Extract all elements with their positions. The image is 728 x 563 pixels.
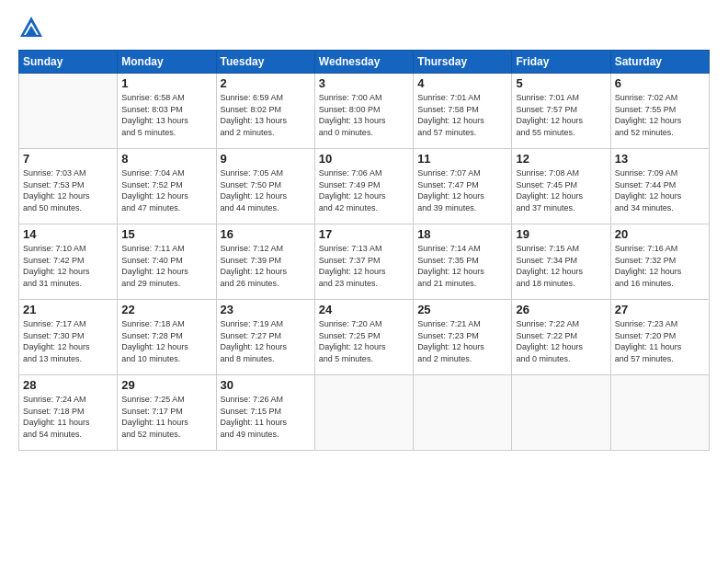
calendar-cell [314, 375, 413, 451]
calendar-cell: 10Sunrise: 7:06 AMSunset: 7:49 PMDayligh… [314, 149, 413, 224]
day-number: 24 [319, 303, 409, 316]
calendar-cell: 11Sunrise: 7:07 AMSunset: 7:47 PMDayligh… [414, 149, 512, 224]
day-number: 29 [121, 378, 211, 392]
day-number: 28 [23, 378, 113, 392]
calendar-cell: 12Sunrise: 7:08 AMSunset: 7:45 PMDayligh… [512, 149, 610, 224]
week-row-2: 14Sunrise: 7:10 AMSunset: 7:42 PMDayligh… [19, 224, 710, 300]
calendar-cell: 23Sunrise: 7:19 AMSunset: 7:27 PMDayligh… [216, 300, 314, 375]
day-number: 11 [417, 152, 507, 166]
header [18, 15, 710, 40]
weekday-header-friday: Friday [512, 51, 610, 74]
calendar: SundayMondayTuesdayWednesdayThursdayFrid… [18, 50, 710, 451]
day-info: Sunrise: 7:17 AMSunset: 7:30 PMDaylight:… [23, 318, 113, 364]
calendar-cell: 6Sunrise: 7:02 AMSunset: 7:55 PMDaylight… [610, 74, 709, 149]
day-number: 21 [23, 303, 113, 316]
calendar-cell: 27Sunrise: 7:23 AMSunset: 7:20 PMDayligh… [610, 300, 709, 375]
day-number: 1 [121, 76, 211, 90]
day-info: Sunrise: 7:10 AMSunset: 7:42 PMDaylight:… [23, 243, 113, 289]
day-number: 5 [516, 76, 606, 90]
calendar-cell: 24Sunrise: 7:20 AMSunset: 7:25 PMDayligh… [314, 300, 413, 375]
week-row-4: 28Sunrise: 7:24 AMSunset: 7:18 PMDayligh… [19, 375, 710, 451]
calendar-cell [512, 375, 610, 451]
day-info: Sunrise: 7:11 AMSunset: 7:40 PMDaylight:… [121, 243, 211, 289]
day-number: 12 [516, 152, 606, 166]
calendar-cell: 7Sunrise: 7:03 AMSunset: 7:53 PMDaylight… [19, 149, 118, 224]
day-info: Sunrise: 7:14 AMSunset: 7:35 PMDaylight:… [417, 243, 507, 289]
calendar-cell: 19Sunrise: 7:15 AMSunset: 7:34 PMDayligh… [512, 224, 610, 300]
day-info: Sunrise: 7:23 AMSunset: 7:20 PMDaylight:… [615, 318, 705, 364]
day-info: Sunrise: 7:01 AMSunset: 7:58 PMDaylight:… [417, 92, 507, 138]
day-number: 10 [319, 152, 409, 166]
day-number: 3 [319, 76, 409, 90]
day-number: 13 [615, 152, 705, 166]
calendar-cell: 13Sunrise: 7:09 AMSunset: 7:44 PMDayligh… [610, 149, 709, 224]
calendar-cell: 25Sunrise: 7:21 AMSunset: 7:23 PMDayligh… [414, 300, 512, 375]
day-info: Sunrise: 7:25 AMSunset: 7:17 PMDaylight:… [121, 394, 211, 440]
calendar-cell: 22Sunrise: 7:18 AMSunset: 7:28 PMDayligh… [118, 300, 216, 375]
day-info: Sunrise: 7:20 AMSunset: 7:25 PMDaylight:… [319, 318, 409, 364]
day-number: 30 [221, 378, 311, 392]
day-info: Sunrise: 7:26 AMSunset: 7:15 PMDaylight:… [221, 394, 311, 440]
calendar-cell [19, 74, 118, 149]
day-number: 19 [516, 227, 606, 241]
day-number: 16 [221, 227, 311, 241]
day-number: 18 [417, 227, 507, 241]
week-row-3: 21Sunrise: 7:17 AMSunset: 7:30 PMDayligh… [19, 300, 710, 375]
calendar-cell: 2Sunrise: 6:59 AMSunset: 8:02 PMDaylight… [216, 74, 314, 149]
day-number: 15 [121, 227, 211, 241]
week-row-1: 7Sunrise: 7:03 AMSunset: 7:53 PMDaylight… [19, 149, 710, 224]
day-number: 27 [615, 303, 705, 316]
calendar-cell: 17Sunrise: 7:13 AMSunset: 7:37 PMDayligh… [314, 224, 413, 300]
day-number: 14 [23, 227, 113, 241]
day-number: 20 [615, 227, 705, 241]
calendar-cell: 15Sunrise: 7:11 AMSunset: 7:40 PMDayligh… [118, 224, 216, 300]
week-row-0: 1Sunrise: 6:58 AMSunset: 8:03 PMDaylight… [19, 74, 710, 149]
calendar-cell [414, 375, 512, 451]
day-number: 17 [319, 227, 409, 241]
day-number: 8 [121, 152, 211, 166]
day-info: Sunrise: 7:08 AMSunset: 7:45 PMDaylight:… [516, 167, 606, 213]
day-info: Sunrise: 7:05 AMSunset: 7:50 PMDaylight:… [221, 167, 311, 213]
weekday-header-tuesday: Tuesday [216, 51, 314, 74]
calendar-cell: 30Sunrise: 7:26 AMSunset: 7:15 PMDayligh… [216, 375, 314, 451]
weekday-header-thursday: Thursday [414, 51, 512, 74]
day-info: Sunrise: 7:09 AMSunset: 7:44 PMDaylight:… [615, 167, 705, 213]
day-number: 4 [417, 76, 507, 90]
weekday-header-wednesday: Wednesday [314, 51, 413, 74]
day-info: Sunrise: 7:07 AMSunset: 7:47 PMDaylight:… [417, 167, 507, 213]
day-info: Sunrise: 7:04 AMSunset: 7:52 PMDaylight:… [121, 167, 211, 213]
day-number: 2 [221, 76, 311, 90]
day-info: Sunrise: 7:13 AMSunset: 7:37 PMDaylight:… [319, 243, 409, 289]
calendar-cell: 14Sunrise: 7:10 AMSunset: 7:42 PMDayligh… [19, 224, 118, 300]
calendar-cell: 29Sunrise: 7:25 AMSunset: 7:17 PMDayligh… [118, 375, 216, 451]
day-number: 26 [516, 303, 606, 316]
weekday-header-monday: Monday [118, 51, 216, 74]
page: SundayMondayTuesdayWednesdayThursdayFrid… [0, 0, 728, 563]
day-info: Sunrise: 7:12 AMSunset: 7:39 PMDaylight:… [221, 243, 311, 289]
day-info: Sunrise: 6:58 AMSunset: 8:03 PMDaylight:… [121, 92, 211, 138]
day-info: Sunrise: 7:22 AMSunset: 7:22 PMDaylight:… [516, 318, 606, 364]
day-number: 7 [23, 152, 113, 166]
calendar-cell: 20Sunrise: 7:16 AMSunset: 7:32 PMDayligh… [610, 224, 709, 300]
day-number: 9 [221, 152, 311, 166]
day-info: Sunrise: 6:59 AMSunset: 8:02 PMDaylight:… [221, 92, 311, 138]
calendar-cell: 28Sunrise: 7:24 AMSunset: 7:18 PMDayligh… [19, 375, 118, 451]
calendar-cell: 3Sunrise: 7:00 AMSunset: 8:00 PMDaylight… [314, 74, 413, 149]
day-info: Sunrise: 7:16 AMSunset: 7:32 PMDaylight:… [615, 243, 705, 289]
day-number: 22 [121, 303, 211, 316]
calendar-cell: 9Sunrise: 7:05 AMSunset: 7:50 PMDaylight… [216, 149, 314, 224]
weekday-header-sunday: Sunday [19, 51, 118, 74]
weekday-header-saturday: Saturday [610, 51, 709, 74]
day-info: Sunrise: 7:21 AMSunset: 7:23 PMDaylight:… [417, 318, 507, 364]
day-info: Sunrise: 7:00 AMSunset: 8:00 PMDaylight:… [319, 92, 409, 138]
day-info: Sunrise: 7:02 AMSunset: 7:55 PMDaylight:… [615, 92, 705, 138]
day-number: 25 [417, 303, 507, 316]
day-info: Sunrise: 7:19 AMSunset: 7:27 PMDaylight:… [221, 318, 311, 364]
calendar-cell: 5Sunrise: 7:01 AMSunset: 7:57 PMDaylight… [512, 74, 610, 149]
calendar-cell: 16Sunrise: 7:12 AMSunset: 7:39 PMDayligh… [216, 224, 314, 300]
calendar-cell: 1Sunrise: 6:58 AMSunset: 8:03 PMDaylight… [118, 74, 216, 149]
day-number: 6 [615, 76, 705, 90]
day-info: Sunrise: 7:18 AMSunset: 7:28 PMDaylight:… [121, 318, 211, 364]
calendar-cell: 26Sunrise: 7:22 AMSunset: 7:22 PMDayligh… [512, 300, 610, 375]
calendar-cell: 21Sunrise: 7:17 AMSunset: 7:30 PMDayligh… [19, 300, 118, 375]
